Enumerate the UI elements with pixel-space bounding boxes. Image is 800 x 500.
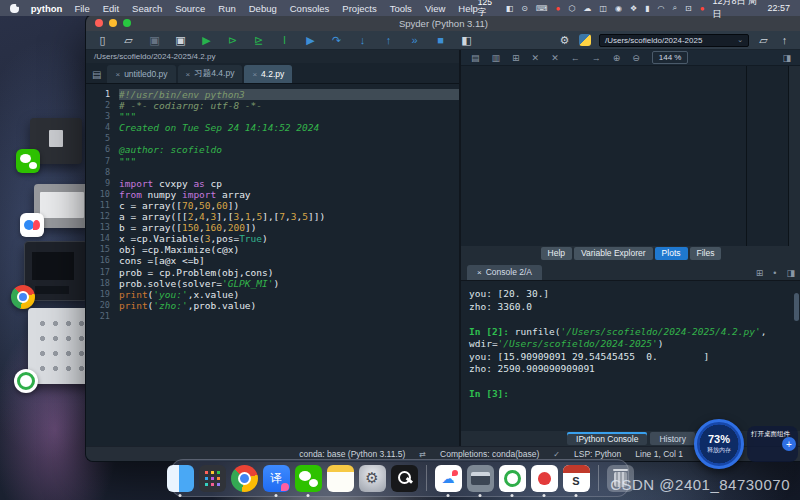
cursor-position[interactable]: Line 1, Col 1 (635, 449, 683, 459)
code-line[interactable]: 16cons =[a@x <=b] (86, 255, 459, 266)
zhiwang-dock-icon[interactable]: S (563, 465, 590, 492)
display-icon[interactable]: ⊡ (685, 4, 692, 13)
wechat-dock-icon[interactable] (295, 465, 322, 492)
code-area[interactable]: 1#!/usr/bin/env python32# -*- codiarng: … (86, 84, 459, 446)
line-number[interactable]: 10 (86, 189, 119, 200)
editor-tab[interactable]: ×习题4.4.py (178, 65, 243, 83)
editor-tab[interactable]: ×4.2.py (244, 65, 292, 83)
line-number[interactable]: 3 (86, 111, 119, 122)
line-number[interactable]: 21 (86, 311, 119, 322)
line-number[interactable]: 5 (86, 133, 119, 144)
menu-item-run[interactable]: Run (218, 3, 235, 14)
code-line[interactable]: 15obj =cp.Maximize(c@x) (86, 244, 459, 255)
save-icon[interactable]: ▣ (148, 35, 161, 46)
console-scrollbar[interactable] (794, 293, 799, 321)
save-all-icon[interactable]: ▣ (174, 35, 187, 46)
menu-item-source[interactable]: Source (175, 3, 205, 14)
line-number[interactable]: 18 (86, 278, 119, 289)
zoom-in-icon[interactable]: ⊕ (613, 53, 621, 63)
run-cell-icon[interactable]: ⊳ (226, 35, 239, 46)
completions-status[interactable]: Completions: conda(base) (440, 449, 539, 459)
line-number[interactable]: 17 (86, 267, 119, 278)
maximize-pane-icon[interactable]: ◧ (460, 35, 473, 46)
close-icon[interactable]: × (186, 70, 191, 79)
menu-item-edit[interactable]: Edit (103, 3, 119, 14)
tab-variable-explorer[interactable]: Variable Explorer (574, 247, 653, 260)
console-options-icon[interactable]: ◨ (786, 268, 795, 278)
finder-dock-icon[interactable] (167, 465, 194, 492)
record-icon[interactable]: ● (556, 4, 561, 13)
close-icon[interactable]: × (115, 70, 120, 79)
desktop-widget-panel[interactable]: 打开桌面组件 + (747, 426, 798, 462)
input-count[interactable]: 125字 (478, 0, 498, 19)
copy-plot-icon[interactable]: ⊞ (512, 53, 520, 63)
line-number[interactable]: 16 (86, 255, 119, 266)
translate-dock-icon[interactable]: 译 (263, 465, 290, 492)
code-line[interactable]: 19print('you:',x.value) (86, 289, 459, 300)
bluetooth-icon[interactable]: ❖ (630, 4, 637, 13)
line-number[interactable]: 1 (86, 89, 119, 100)
plot-zoom-level[interactable]: 144 % (652, 51, 689, 64)
console-tab[interactable]: × Console 2/A (467, 265, 542, 280)
step-out-icon[interactable]: ↑ (382, 35, 395, 46)
tab-ipython-console[interactable]: IPython Console (567, 432, 647, 445)
new-file-icon[interactable]: ▯ (96, 35, 109, 46)
previous-plot-icon[interactable]: ← (571, 53, 580, 63)
chrome-dock-icon[interactable] (231, 465, 258, 492)
menu-item-help[interactable]: Help (458, 3, 478, 14)
tab-files[interactable]: Files (690, 247, 722, 260)
conda-env-status[interactable]: conda: base (Python 3.11.5) (299, 449, 405, 459)
line-number[interactable]: 19 (86, 289, 119, 300)
notes-dock-icon[interactable] (327, 465, 354, 492)
line-number[interactable]: 11 (86, 200, 119, 211)
settings-dock-icon[interactable]: ⚙ (359, 465, 386, 492)
add-widget-button[interactable]: + (782, 437, 796, 451)
step-over-icon[interactable]: ↷ (330, 35, 343, 46)
browse-directory-icon[interactable]: ▱ (757, 35, 770, 46)
launchpad-dock-icon[interactable] (199, 465, 226, 492)
stop-icon[interactable]: ■ (434, 35, 447, 46)
battery-icon[interactable]: ▮ (645, 4, 649, 13)
code-line[interactable]: 18prob.solve(solver='GLPK_MI') (86, 278, 459, 289)
close-icon[interactable]: × (252, 70, 257, 79)
code-line[interactable]: 21 (86, 311, 459, 322)
wechat-window-thumbnail[interactable] (30, 118, 82, 164)
netdisk-dock-icon[interactable]: ☁ (435, 465, 462, 492)
line-number[interactable]: 12 (86, 211, 119, 222)
code-line[interactable]: 3""" (86, 111, 459, 122)
active-app-name[interactable]: python (31, 3, 63, 14)
cloud-icon[interactable]: ☁ (583, 4, 591, 13)
code-line[interactable]: 14x =cp.Variable(3,pos=True) (86, 233, 459, 244)
code-line[interactable]: 7""" (86, 156, 459, 167)
editor-tab[interactable]: ×untitled0.py (107, 65, 175, 83)
tools-wrench-icon[interactable]: ⚙ (558, 35, 571, 46)
code-line[interactable]: 5 (86, 133, 459, 144)
line-number[interactable]: 14 (86, 233, 119, 244)
copy-console-icon[interactable]: ⊞ (756, 268, 764, 278)
code-line[interactable]: 4Created on Tue Sep 24 14:14:52 2024 (86, 122, 459, 133)
wifi-icon[interactable]: ◠ (658, 4, 665, 13)
menu-item-search[interactable]: Search (132, 3, 162, 14)
code-line[interactable]: 1#!/usr/bin/env python3 (86, 89, 459, 100)
line-number[interactable]: 13 (86, 222, 119, 233)
line-number[interactable]: 20 (86, 300, 119, 311)
save-plot-icon[interactable]: ▤ (471, 53, 480, 63)
menu-item-tools[interactable]: Tools (390, 3, 412, 14)
menu-date[interactable]: 12月8日 周日 (713, 0, 760, 21)
code-line[interactable]: 11c = array([70,50,60]) (86, 200, 459, 211)
code-line[interactable]: 6@author: scofieldo (86, 144, 459, 155)
line-number[interactable]: 6 (86, 144, 119, 155)
remove-plot-icon[interactable]: ✕ (532, 53, 540, 63)
console-content[interactable]: you: [20. 30.]zho: 3360.0In [2]: runfile… (461, 281, 800, 431)
greenring-dock-icon[interactable] (499, 465, 526, 492)
save-all-plots-icon[interactable]: ▥ (492, 53, 501, 63)
zoom-out-icon[interactable]: ⊖ (632, 53, 640, 63)
code-line[interactable]: 8 (86, 167, 459, 178)
python-env-icon[interactable] (579, 34, 591, 46)
remove-all-plots-icon[interactable]: ✕ (551, 53, 559, 63)
lsp-status[interactable]: LSP: Python (574, 449, 621, 459)
code-line[interactable]: 13b = array([150,160,200]) (86, 222, 459, 233)
line-number[interactable]: 7 (86, 156, 119, 167)
menu-item-debug[interactable]: Debug (249, 3, 277, 14)
keyboard-icon[interactable]: ⌨ (536, 4, 548, 13)
